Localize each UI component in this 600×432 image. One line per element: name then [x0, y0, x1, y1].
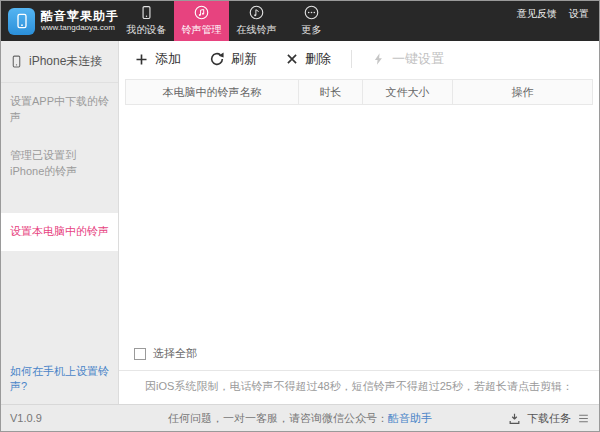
settings-link[interactable]: 设置 [569, 7, 589, 21]
sidebar-item-iphone-set-ringtones[interactable]: 管理已设置到iPhone的铃声 [1, 137, 118, 191]
sidebar-item-local-ringtones[interactable]: 设置本电脑中的铃声 [1, 213, 118, 251]
refresh-button[interactable]: 刷新 [209, 50, 257, 68]
one-click-setup-label: 一键设置 [392, 50, 444, 68]
ringtone-table-header: 本电脑中的铃声名称 时长 文件大小 操作 [125, 79, 593, 105]
tab-label: 铃声管理 [182, 23, 222, 37]
app-website: www.tangdaoya.com [41, 23, 119, 32]
iphone-outline-icon [10, 55, 23, 68]
download-tasks-label[interactable]: 下载任务 [527, 411, 571, 426]
topbar: 酷音苹果助手 www.tangdaoya.com 我的设备 [1, 1, 599, 41]
one-click-setup-button[interactable]: 一键设置 [372, 50, 444, 68]
feedback-link[interactable]: 意见反馈 [517, 7, 557, 21]
column-header-actions[interactable]: 操作 [452, 80, 592, 104]
tab-online-ringtones[interactable]: 在线铃声 [229, 1, 284, 41]
main-tabs: 我的设备 铃声管理 [119, 1, 339, 41]
column-header-filesize[interactable]: 文件大小 [362, 80, 452, 104]
refresh-icon [209, 51, 225, 67]
select-all-label: 选择全部 [153, 346, 197, 361]
help-link[interactable]: 如何在手机上设置铃声? [1, 354, 118, 404]
refresh-button-label: 刷新 [231, 50, 257, 68]
add-button[interactable]: 添加 [134, 50, 181, 68]
sidebar: iPhone未连接 设置APP中下载的铃声 管理已设置到iPhone的铃声 设置… [1, 41, 119, 404]
music-note-circle-icon [194, 5, 209, 20]
add-button-label: 添加 [155, 50, 181, 68]
ellipsis-circle-icon [304, 5, 319, 20]
ios-limit-note: 因iOS系统限制，电话铃声不得超过48秒，短信铃声不得超过25秒，若超长请点击剪… [119, 371, 599, 404]
music-note-circle-icon [249, 5, 264, 20]
column-header-duration[interactable]: 时长 [298, 80, 362, 104]
device-status-label: iPhone未连接 [29, 53, 102, 70]
topbar-links: 意见反馈 设置 [517, 1, 599, 41]
task-list-icon[interactable] [577, 412, 590, 425]
main-content: 添加 刷新 [119, 41, 599, 404]
version-label: V1.0.9 [10, 412, 42, 424]
tab-label: 更多 [302, 23, 322, 37]
tab-ringtone-management[interactable]: 铃声管理 [174, 1, 229, 41]
one-click-icon [372, 52, 386, 66]
tab-more[interactable]: 更多 [284, 1, 339, 41]
sidebar-item-app-downloaded-ringtones[interactable]: 设置APP中下载的铃声 [1, 83, 118, 137]
tab-label: 我的设备 [127, 23, 167, 37]
phone-icon [14, 13, 30, 29]
app-logo-icon [8, 8, 35, 35]
download-icon[interactable] [508, 412, 521, 425]
smartphone-icon [139, 5, 154, 20]
column-header-name[interactable]: 本电脑中的铃声名称 [126, 80, 298, 104]
app-window: 酷音苹果助手 www.tangdaoya.com 我的设备 [0, 0, 600, 432]
tab-my-devices[interactable]: 我的设备 [119, 1, 174, 41]
toolbar: 添加 刷新 [119, 41, 599, 77]
tab-label: 在线铃声 [237, 23, 277, 37]
delete-button-label: 删除 [305, 50, 331, 68]
delete-button[interactable]: 删除 [285, 50, 331, 68]
select-all-checkbox[interactable] [134, 348, 146, 360]
plus-icon [134, 52, 149, 67]
select-all-row: 选择全部 [119, 342, 599, 370]
ringtone-table-body [125, 105, 593, 342]
status-message-text: 任何问题，一对一客服，请咨询微信公众号： [168, 412, 388, 424]
wechat-account-link[interactable]: 酷音助手 [388, 412, 432, 424]
app-body: iPhone未连接 设置APP中下载的铃声 管理已设置到iPhone的铃声 设置… [1, 41, 599, 404]
app-title: 酷音苹果助手 [41, 10, 119, 24]
app-logo: 酷音苹果助手 www.tangdaoya.com [1, 1, 119, 41]
download-tasks-area: 下载任务 [508, 411, 590, 426]
sidebar-device-status: iPhone未连接 [1, 41, 118, 83]
toolbar-separator [351, 50, 352, 68]
x-icon [285, 52, 299, 66]
statusbar: V1.0.9 任何问题，一对一客服，请咨询微信公众号：酷音助手 下载任务 [1, 404, 599, 431]
